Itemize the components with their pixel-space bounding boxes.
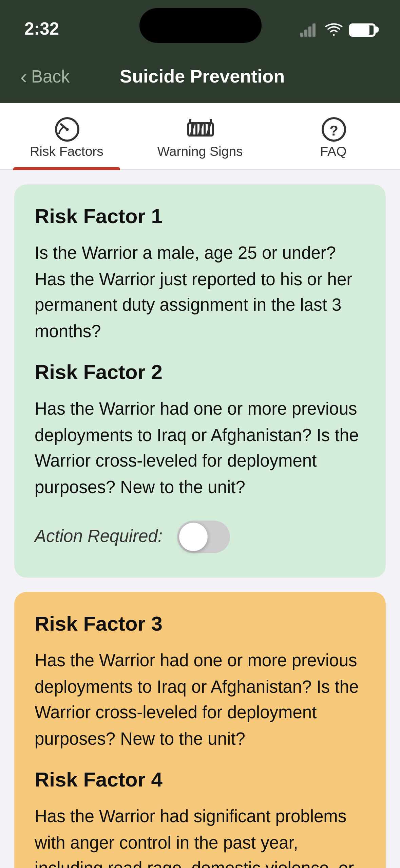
status-icons — [300, 22, 376, 37]
svg-rect-3 — [312, 23, 316, 37]
action-required-label: Action Required: — [35, 527, 163, 547]
svg-text:?: ? — [329, 123, 338, 139]
gauge-icon — [53, 115, 81, 144]
svg-rect-2 — [308, 26, 311, 37]
tab-faq[interactable]: ? FAQ — [267, 103, 400, 169]
question-icon: ? — [319, 115, 348, 144]
wifi-icon — [325, 22, 343, 37]
back-chevron-icon: ‹ — [20, 65, 27, 89]
nav-bar: ‹ Back Suicide Prevention — [0, 55, 400, 103]
svg-rect-1 — [304, 30, 307, 37]
card-orange: Risk Factor 3 Has the Warrior had one or… — [14, 592, 386, 868]
tab-faq-label: FAQ — [320, 144, 346, 159]
action-row: Action Required: — [35, 521, 365, 553]
tab-warning-signs[interactable]: Warning Signs — [133, 103, 267, 169]
status-time: 2:32 — [24, 19, 59, 40]
dynamic-island — [139, 8, 261, 43]
risk-factor-3-title: Risk Factor 3 — [35, 612, 365, 636]
card-green: Risk Factor 1 Is the Warrior a male, age… — [14, 184, 386, 578]
risk-factor-4-title: Risk Factor 4 — [35, 768, 365, 792]
barrier-icon — [186, 115, 214, 144]
back-label: Back — [31, 67, 70, 87]
back-button[interactable]: ‹ Back — [20, 65, 70, 89]
action-required-toggle[interactable] — [177, 521, 230, 553]
nav-title: Suicide Prevention — [86, 66, 319, 88]
risk-factor-4-text: Has the Warrior had significant problems… — [35, 804, 365, 868]
svg-point-5 — [65, 128, 68, 131]
signal-icon — [300, 22, 319, 37]
tab-bar: Risk Factors Warning Signs ? FAQ — [0, 103, 400, 170]
tab-risk-factors-label: Risk Factors — [30, 144, 103, 159]
risk-factor-1-title: Risk Factor 1 — [35, 205, 365, 228]
battery-icon — [349, 23, 376, 36]
risk-factor-2-text: Has the Warrior had one or more previous… — [35, 396, 365, 500]
toggle-thumb — [179, 523, 207, 551]
risk-factor-2-title: Risk Factor 2 — [35, 361, 365, 384]
risk-factor-1-text: Is the Warrior a male, age 25 or under? … — [35, 240, 365, 344]
tab-risk-factors[interactable]: Risk Factors — [0, 103, 133, 169]
tab-warning-signs-label: Warning Signs — [157, 144, 243, 159]
status-bar: 2:32 — [0, 0, 400, 55]
content-area: Risk Factor 1 Is the Warrior a male, age… — [0, 170, 400, 868]
svg-rect-0 — [300, 33, 303, 37]
risk-factor-3-text: Has the Warrior had one or more previous… — [35, 648, 365, 752]
